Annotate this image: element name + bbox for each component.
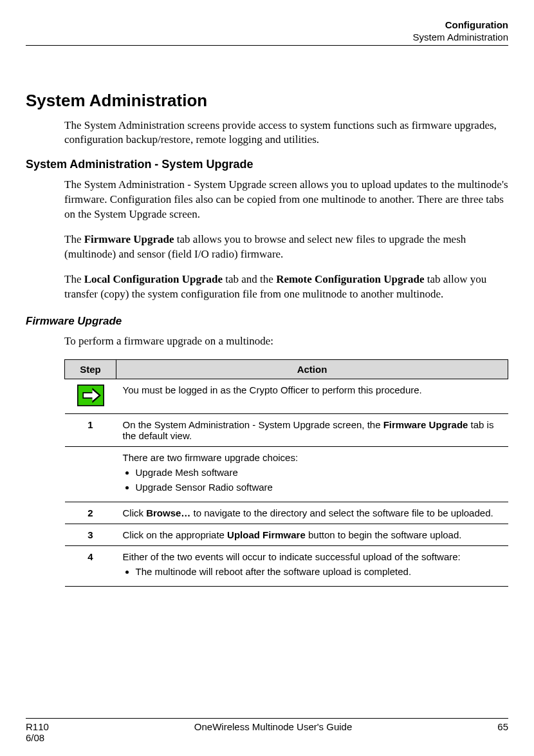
paragraph: The Local Configuration Upgrade tab and …	[26, 272, 508, 302]
page-footer: R110 6/08 OneWireless Multinode User's G…	[26, 718, 508, 743]
table-row: There are two firmware upgrade choices: …	[65, 446, 508, 502]
note-icon-cell	[65, 379, 116, 413]
paragraph: The Firmware Upgrade tab allows you to b…	[26, 232, 508, 262]
col-header-step: Step	[65, 359, 116, 379]
step-detail: There are two firmware upgrade choices: …	[116, 446, 508, 502]
header-subtitle: System Administration	[26, 32, 508, 44]
page-title: System Administration	[26, 91, 508, 111]
table-row: 4 Either of the two events will occur to…	[65, 545, 508, 586]
table-header-row: Step Action	[65, 359, 508, 379]
footer-doc-title: OneWireless Multinode User's Guide	[49, 721, 497, 743]
step-action: On the System Administration - System Up…	[116, 413, 508, 446]
step-action: Either of the two events will occur to i…	[116, 545, 508, 586]
list-item: Upgrade Mesh software	[136, 467, 502, 478]
step-action: Click Browse… to navigate to the directo…	[116, 502, 508, 524]
list-item: Upgrade Sensor Radio software	[136, 482, 502, 493]
running-header: Configuration System Administration	[26, 19, 508, 46]
header-title: Configuration	[26, 19, 508, 32]
step-number: 1	[65, 413, 116, 446]
forward-arrow-icon	[77, 384, 104, 406]
step-number: 4	[65, 545, 116, 586]
step-number: 3	[65, 524, 116, 545]
table-row: 3 Click on the appropriate Upload Firmwa…	[65, 524, 508, 545]
table-row: 1 On the System Administration - System …	[65, 413, 508, 446]
table-row: You must be logged in as the Crypto Offi…	[65, 379, 508, 413]
note-action: You must be logged in as the Crypto Offi…	[116, 379, 508, 413]
paragraph: To perform a firmware upgrade on a multi…	[26, 334, 508, 349]
section-heading: System Administration - System Upgrade	[26, 158, 508, 171]
step-number: 2	[65, 502, 116, 524]
intro-paragraph: The System Administration screens provid…	[26, 118, 508, 148]
table-row: 2 Click Browse… to navigate to the direc…	[65, 502, 508, 524]
footer-left: R110 6/08	[26, 721, 49, 743]
subsection-heading: Firmware Upgrade	[26, 315, 508, 328]
col-header-action: Action	[116, 359, 508, 379]
footer-page-number: 65	[497, 721, 508, 743]
list-item: The multinode will reboot after the soft…	[136, 566, 502, 577]
paragraph: The System Administration - System Upgra…	[26, 178, 508, 222]
page: Configuration System Administration Syst…	[0, 0, 534, 756]
procedure-table: Step Action You must be logged in as the…	[64, 359, 508, 587]
step-action: Click on the appropriate Upload Firmware…	[116, 524, 508, 545]
